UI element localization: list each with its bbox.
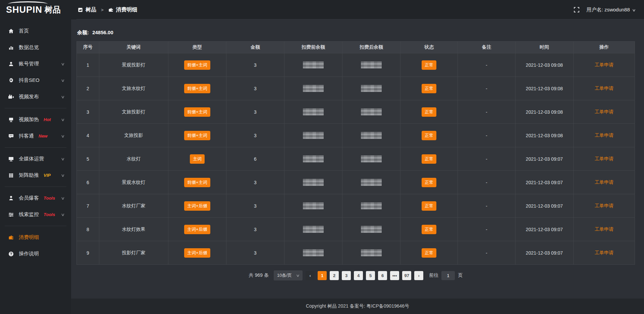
page-button-3[interactable]: 3 — [342, 271, 351, 280]
status-badge: 正常 — [422, 225, 436, 234]
sidebar-item-label: 全媒体运营 — [19, 156, 44, 162]
column-header: 扣费前余额 — [284, 42, 342, 53]
work-order-link[interactable]: 工单申请 — [595, 226, 613, 232]
table-header-row: 序号关键词类型金额扣费前余额扣费后余额状态备注时间操作 — [77, 42, 635, 53]
cell-action: 工单申请 — [573, 124, 635, 147]
cell-status: 正常 — [400, 100, 458, 124]
sidebar-item-seo[interactable]: 抖音SEO∨ — [0, 72, 71, 89]
brand-logo: SHUPIN 树品 — [0, 0, 71, 19]
next-page-button[interactable]: › — [414, 271, 423, 280]
sidebar-item-media[interactable]: 全媒体运营∨ — [0, 151, 71, 167]
cell-pre-balance — [284, 124, 342, 147]
work-order-link[interactable]: 工单申请 — [595, 203, 613, 208]
sidebar-item-badge: Hot — [44, 117, 51, 122]
sidebar-divider — [5, 147, 66, 148]
goto-page-input[interactable] — [441, 271, 455, 280]
cell-status: 正常 — [400, 218, 458, 241]
sidebar-item-matrix[interactable]: 矩阵助推VIP∨ — [0, 167, 71, 184]
work-order-link[interactable]: 工单申请 — [595, 86, 613, 91]
column-header: 备注 — [458, 42, 515, 53]
goto-suffix: 页 — [458, 272, 463, 278]
page-button-2[interactable]: 2 — [330, 271, 339, 280]
content-column: 树品 > 消费明细 用户名: zswodun88 ∨ 余额: 24856.00 — [71, 0, 644, 314]
cell-time: 2021-12-03 09:07 — [515, 171, 573, 194]
sidebar-item-douketong[interactable]: 抖客通New∨ — [0, 128, 71, 144]
sidebar-item-help[interactable]: 操作说明 — [0, 246, 71, 262]
cell-time: 2021-12-03 09:08 — [515, 77, 573, 100]
balance-value: 24856.00 — [92, 30, 113, 35]
sidebar: SHUPIN 树品 首页数据总览账号管理∨抖音SEO∨视频发布∨视频加热Hot∨… — [0, 0, 71, 314]
cell-post-balance — [342, 241, 400, 265]
redacted-balance — [361, 61, 382, 68]
sidebar-item-overview[interactable]: 数据总览 — [0, 39, 71, 56]
cell-status: 正常 — [400, 171, 458, 194]
fullscreen-icon[interactable] — [574, 7, 579, 12]
work-order-link[interactable]: 工单申请 — [595, 250, 613, 255]
type-badge: 主词 — [190, 154, 205, 164]
cell-pre-balance — [284, 241, 342, 265]
cell-action: 工单申请 — [573, 53, 635, 77]
sidebar-item-home[interactable]: 首页 — [0, 23, 71, 39]
goto-label: 前往 — [429, 272, 438, 278]
cell-remark: - — [458, 194, 515, 218]
status-badge: 正常 — [422, 154, 436, 164]
goto-page: 前往 页 — [429, 271, 463, 280]
consumption-table: 序号关键词类型金额扣费前余额扣费后余额状态备注时间操作 1景观投影灯前缀+主词3… — [76, 41, 635, 265]
prev-page-button[interactable]: ‹ — [306, 271, 315, 280]
redacted-balance — [361, 249, 382, 256]
page-button-97[interactable]: 97 — [402, 271, 411, 280]
chevron-down-icon: ∨ — [61, 196, 65, 201]
work-order-link[interactable]: 工单申请 — [595, 179, 613, 185]
cell-remark: - — [458, 218, 515, 241]
work-order-link[interactable]: 工单申请 — [595, 133, 613, 138]
sidebar-item-member[interactable]: 会员爆客Tools∨ — [0, 190, 71, 206]
sidebar-item-consume[interactable]: 消费明细 — [0, 229, 71, 246]
balance-label: 余额: — [77, 30, 89, 35]
sidebar-item-clues[interactable]: 线索监控Tools∨ — [0, 206, 71, 223]
page-button-1[interactable]: 1 — [318, 271, 327, 280]
page-button-6[interactable]: 6 — [378, 271, 387, 280]
sidebar-item-label: 消费明细 — [19, 234, 39, 241]
sidebar-item-label: 视频发布 — [19, 94, 39, 100]
cell-amount: 3 — [226, 218, 284, 241]
cell-amount: 3 — [226, 124, 284, 147]
sidebar-item-account[interactable]: 账号管理∨ — [0, 56, 71, 72]
chevron-down-icon: ∨ — [61, 62, 65, 66]
cell-remark: - — [458, 171, 515, 194]
type-badge: 主词+后缀 — [184, 201, 210, 211]
cell-pre-balance — [284, 218, 342, 241]
page-button-5[interactable]: 5 — [366, 271, 375, 280]
sidebar-item-label: 操作说明 — [19, 251, 39, 257]
page-size-select[interactable]: 10条/页 ∨ — [274, 270, 303, 280]
cell-type: 前缀+主词 — [168, 53, 226, 77]
breadcrumb-root[interactable]: 树品 — [86, 6, 96, 13]
cell-amount: 6 — [226, 147, 284, 171]
cell-action: 工单申请 — [573, 77, 635, 100]
work-order-link[interactable]: 工单申请 — [595, 156, 613, 161]
redacted-balance — [303, 132, 324, 139]
pagination: 共 969 条 10条/页 ∨ ‹ 123456•••97 › 前往 页 — [76, 270, 635, 280]
user-menu[interactable]: 用户名: zswodun88 ∨ — [587, 7, 635, 13]
main-content: 余额: 24856.00 序号关键词类型金额扣费前余额扣费后余额状态备注时间操作… — [71, 19, 644, 299]
cell-action: 工单申请 — [573, 171, 635, 194]
cell-remark: - — [458, 241, 515, 265]
page-size-value: 10条/页 — [277, 272, 292, 278]
sidebar-item-publish[interactable]: 视频发布∨ — [0, 89, 71, 105]
sidebar-item-heat[interactable]: 视频加热Hot∨ — [0, 111, 71, 128]
app-window: SHUPIN 树品 首页数据总览账号管理∨抖音SEO∨视频发布∨视频加热Hot∨… — [0, 0, 644, 314]
cell-post-balance — [342, 147, 400, 171]
column-header: 时间 — [515, 42, 573, 53]
cell-status: 正常 — [400, 77, 458, 100]
copyright-text: Copyright 树品 2021 备案号: 粤ICP备09019646号 — [306, 303, 409, 309]
chart-icon — [8, 45, 14, 51]
sidebar-divider — [5, 187, 66, 187]
page-ellipsis-button[interactable]: ••• — [390, 271, 399, 280]
cell-time: 2021-12-03 09:08 — [515, 100, 573, 124]
table-row: 7水纹灯厂家主词+后缀3正常-2021-12-03 09:07工单申请 — [77, 194, 635, 218]
work-order-link[interactable]: 工单申请 — [595, 109, 613, 114]
wallet-icon — [108, 7, 113, 12]
status-badge: 正常 — [422, 84, 436, 93]
page-button-4[interactable]: 4 — [354, 271, 363, 280]
sidebar-divider — [5, 226, 66, 226]
work-order-link[interactable]: 工单申请 — [595, 62, 613, 67]
